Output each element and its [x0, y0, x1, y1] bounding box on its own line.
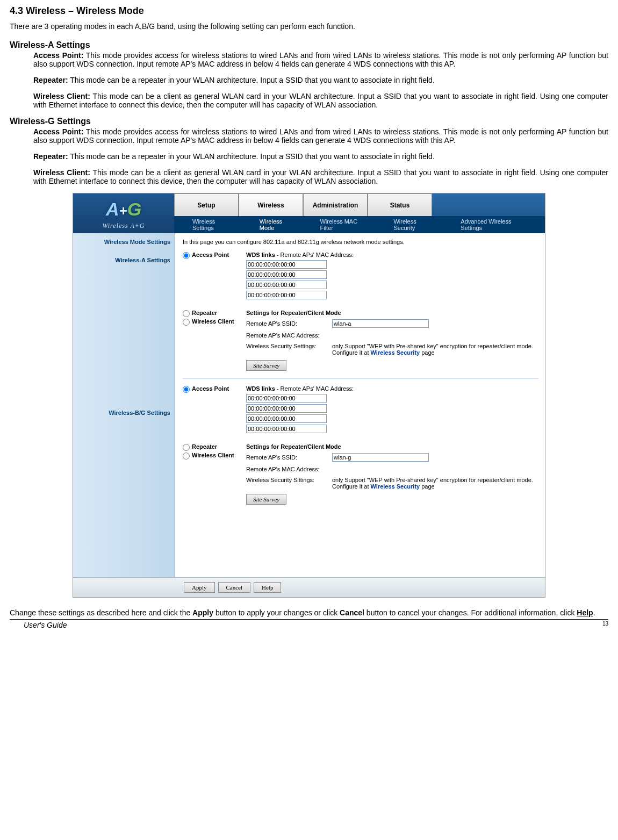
ap-label: Access Point: [33, 51, 83, 60]
footer-help: Help [577, 608, 593, 617]
wg-rep-desc: Repeater: This mode can be a repeater in… [33, 152, 608, 161]
logo-subtitle: Wireless A+G [102, 222, 145, 230]
wa-site-survey-button[interactable]: Site Survey [246, 360, 286, 371]
ap-text: This mode provides access for wireless s… [33, 51, 608, 68]
cancel-button[interactable]: Cancel [218, 582, 251, 593]
rep-sec-note2: Configure it at [332, 349, 371, 356]
tab-administration[interactable]: Administration [303, 193, 368, 216]
wbg-radio-client[interactable] [183, 453, 190, 460]
rep-sec-note3: page [420, 349, 435, 356]
subtab-advanced[interactable]: Advanced Wireless Settings [450, 218, 545, 231]
rep-ssid-label: Remote AP's SSID: [246, 454, 332, 461]
wa-radio-ap[interactable] [183, 252, 190, 259]
wa-wc-desc: Wireless Client: This mode can be a clie… [33, 92, 608, 109]
wbg-mac-input-2[interactable] [246, 404, 327, 413]
tab-setup[interactable]: Setup [174, 193, 239, 216]
rep-sec-note2: Configure it at [332, 483, 371, 490]
users-guide-label: User's Guide [24, 621, 67, 629]
wbg-radio-ap-label: Access Point [192, 385, 229, 392]
wireless-security-link[interactable]: Wireless Security [371, 483, 420, 490]
wa-ssid-input[interactable] [332, 319, 429, 328]
rep-header: Settings for Repeater/Cilent Mode [246, 443, 533, 450]
wbg-mac-input-4[interactable] [246, 425, 327, 433]
wireless-g-heading: Wireless-G Settings [10, 117, 608, 126]
rep-mac-label: Remote AP's MAC Address: [246, 466, 332, 472]
rep-text: This mode can be a repeater in your WLAN… [68, 152, 435, 161]
wbg-radio-wc-label: Wireless Client [192, 452, 234, 458]
rep-sec-label2: Wireless Security Sittings: [246, 477, 332, 483]
wa-mac-input-1[interactable] [246, 260, 327, 269]
rep-mac-label: Remote AP's MAC Address: [246, 332, 332, 339]
logo-panel: A+G Wireless A+G [73, 193, 174, 233]
wa-radio-repeater[interactable] [183, 310, 190, 317]
wa-rep-desc: Repeater: This mode can be a repeater in… [33, 76, 608, 84]
sidebar-mode-settings: Wireless Mode Settings [73, 239, 175, 245]
rep-header: Settings for Repeater/Cilent Mode [246, 310, 533, 316]
wa-radio-rep-label: Repeater [192, 310, 217, 316]
tab-status[interactable]: Status [368, 193, 432, 216]
subtab-mac-filter[interactable]: Wireless MAC Filter [309, 218, 383, 231]
wa-ap-desc: Access Point: This mode provides access … [33, 51, 608, 68]
wc-text: This mode can be a client as general WLA… [33, 168, 608, 185]
footer-apply: Apply [192, 608, 213, 617]
wireless-security-link[interactable]: Wireless Security [371, 349, 420, 356]
wireless-a-heading: Wireless-A Settings [10, 40, 608, 50]
sidebar: Wireless Mode Settings Wireless-A Settin… [73, 233, 175, 577]
wireless-a-group: Access Point WDS links - Remote APs' MAC… [183, 252, 538, 371]
divider [183, 378, 538, 379]
rep-text: This mode can be a repeater in your WLAN… [68, 76, 435, 84]
sub-tabs: Wireless Settings Wireless Mode Wireless… [174, 216, 545, 233]
rep-label: Repeater: [33, 152, 68, 161]
wa-radio-wc-label: Wireless Client [192, 318, 234, 325]
wc-label: Wireless Client: [33, 92, 90, 100]
rep-sec-label: Wireless Security Settings: [246, 343, 332, 349]
rep-sec-note1: only Support "WEP with Pre-shared key" e… [332, 477, 533, 483]
wds-links-label: WDS links [246, 252, 275, 258]
section-title: 4.3 Wireless – Wireless Mode [10, 5, 608, 17]
wbg-site-survey-button[interactable]: Site Survey [246, 494, 286, 505]
footer-mid: button to apply your changes or click [213, 608, 340, 617]
wa-radio-client[interactable] [183, 319, 190, 326]
rep-sec-note1: only Support "WEP with Pre-shared key" e… [332, 343, 533, 349]
footer-dot: . [593, 608, 595, 617]
panel-intro: In this page you can configure 802.11a a… [183, 239, 538, 245]
subtab-wireless-mode[interactable]: Wireless Mode [249, 218, 310, 231]
rep-sec-note3: page [420, 483, 435, 490]
wds-links-sub: - Remote APs' MAC Address: [275, 385, 354, 392]
footer-cancel: Cancel [340, 608, 364, 617]
sidebar-wireless-bg: Wireless-B/G Settings [73, 410, 175, 416]
wbg-ssid-input[interactable] [332, 453, 429, 462]
rep-label: Repeater: [33, 76, 68, 84]
wg-wc-desc: Wireless Client: This mode can be a clie… [33, 168, 608, 185]
wc-label: Wireless Client: [33, 168, 90, 177]
ap-label: Access Point: [33, 127, 83, 136]
footer-mid2: button to cancel your changes. For addit… [364, 608, 577, 617]
button-bar: Apply Cancel Help [73, 577, 545, 597]
wa-mac-input-2[interactable] [246, 270, 327, 279]
logo-ag-text: A+G [106, 199, 141, 220]
wa-radio-ap-label: Access Point [192, 252, 229, 258]
wa-mac-input-3[interactable] [246, 281, 327, 289]
footer-instruction: Change these settings as described here … [10, 608, 608, 617]
footer-pre: Change these settings as described here … [10, 608, 192, 617]
wg-ap-desc: Access Point: This mode provides access … [33, 127, 608, 145]
sidebar-wireless-a: Wireless-A Settings [73, 257, 175, 263]
wbg-mac-input-1[interactable] [246, 394, 327, 403]
apply-button[interactable]: Apply [184, 582, 215, 593]
page-footer: User's Guide 13 [10, 619, 608, 629]
subtab-wireless-settings[interactable]: Wireless Settings [174, 218, 249, 231]
subtab-wireless-security[interactable]: Wireless Security [383, 218, 450, 231]
wbg-radio-ap[interactable] [183, 386, 190, 393]
wds-links-label: WDS links [246, 385, 275, 392]
wc-text: This mode can be a client as general WLA… [33, 92, 608, 109]
rep-ssid-label: Remote AP's SSID: [246, 320, 332, 327]
wbg-radio-rep-label: Repeater [192, 443, 217, 450]
main-tabs: Setup Wireless Administration Status [174, 193, 545, 216]
wbg-radio-repeater[interactable] [183, 444, 190, 451]
tab-wireless[interactable]: Wireless [239, 193, 303, 216]
ap-text: This mode provides access for wireless s… [33, 127, 608, 145]
help-button[interactable]: Help [254, 582, 281, 593]
wa-mac-input-4[interactable] [246, 291, 327, 299]
wbg-mac-input-3[interactable] [246, 414, 327, 423]
page-number: 13 [602, 621, 608, 629]
